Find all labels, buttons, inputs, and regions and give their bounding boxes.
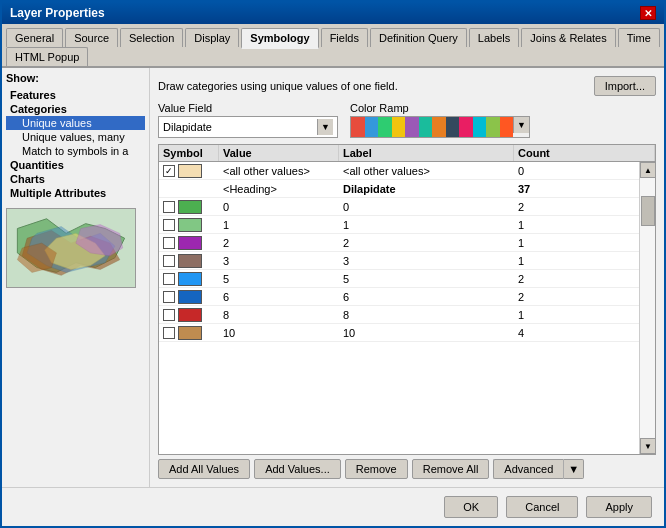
table-row[interactable]: 111 [159, 216, 639, 234]
left-item-unique-values[interactable]: Unique values [6, 116, 145, 130]
tab-symbology[interactable]: Symbology [241, 28, 318, 49]
symbol-cell [159, 235, 219, 251]
table-row[interactable]: <Heading>Dilapidate37 [159, 180, 639, 198]
row-checkbox[interactable] [163, 291, 175, 303]
label-cell: 5 [339, 272, 514, 286]
table-row[interactable]: 10104 [159, 324, 639, 342]
color-swatch [178, 164, 202, 178]
header-label: Label [339, 145, 514, 161]
import-button[interactable]: Import... [594, 76, 656, 96]
value-cell: 3 [219, 254, 339, 268]
value-cell: 2 [219, 236, 339, 250]
tab-definition-query[interactable]: Definition Query [370, 28, 467, 47]
table-row[interactable]: 331 [159, 252, 639, 270]
symbol-table: Symbol Value Label Count ✓<all other val… [158, 144, 656, 455]
remove-button[interactable]: Remove [345, 459, 408, 479]
value-field-dropdown[interactable]: Dilapidate ▼ [158, 116, 338, 138]
tab-html-popup[interactable]: HTML Popup [6, 47, 88, 66]
count-cell: 1 [514, 254, 639, 268]
table-row[interactable]: ✓<all other values><all other values>0 [159, 162, 639, 180]
label-cell: 0 [339, 200, 514, 214]
color-swatch [178, 308, 202, 322]
count-cell: 2 [514, 290, 639, 304]
add-values-button[interactable]: Add Values... [254, 459, 341, 479]
description-text: Draw categories using unique values of o… [158, 80, 398, 92]
row-checkbox[interactable] [163, 255, 175, 267]
title-bar: Layer Properties ✕ [2, 2, 664, 24]
label-cell: 6 [339, 290, 514, 304]
table-row[interactable]: 002 [159, 198, 639, 216]
tab-display[interactable]: Display [185, 28, 239, 47]
symbol-cell [159, 289, 219, 305]
left-item-quantities[interactable]: Quantities [6, 158, 145, 172]
symbol-cell [159, 271, 219, 287]
label-cell: 1 [339, 218, 514, 232]
value-field-arrow: ▼ [317, 119, 333, 135]
color-swatch [178, 254, 202, 268]
tab-fields[interactable]: Fields [321, 28, 368, 47]
left-item-features[interactable]: Features [6, 88, 145, 102]
color-ramp-arrow: ▼ [513, 117, 529, 133]
table-row[interactable]: 881 [159, 306, 639, 324]
tab-source[interactable]: Source [65, 28, 118, 47]
row-checkbox[interactable]: ✓ [163, 165, 175, 177]
show-label: Show: [6, 72, 145, 84]
left-item-categories[interactable]: Categories [6, 102, 145, 116]
apply-button[interactable]: Apply [586, 496, 652, 518]
tab-time[interactable]: Time [618, 28, 660, 47]
row-checkbox[interactable] [163, 309, 175, 321]
value-cell: 5 [219, 272, 339, 286]
map-preview [6, 208, 136, 288]
count-cell: 0 [514, 164, 639, 178]
scrollbar-thumb[interactable] [641, 196, 655, 226]
close-button[interactable]: ✕ [640, 6, 656, 20]
table-row[interactable]: 552 [159, 270, 639, 288]
value-field-value: Dilapidate [163, 121, 317, 133]
table-header: Symbol Value Label Count [159, 145, 655, 162]
count-cell: 1 [514, 308, 639, 322]
symbol-cell [159, 217, 219, 233]
advanced-button[interactable]: Advanced [493, 459, 563, 479]
tab-general[interactable]: General [6, 28, 63, 47]
row-checkbox[interactable] [163, 237, 175, 249]
row-checkbox[interactable] [163, 201, 175, 213]
color-ramp-group: Color Ramp ▼ [350, 102, 530, 138]
color-swatch [178, 218, 202, 232]
count-cell: 4 [514, 326, 639, 340]
tab-joins-&-relates[interactable]: Joins & Relates [521, 28, 615, 47]
cancel-button[interactable]: Cancel [506, 496, 578, 518]
ok-button[interactable]: OK [444, 496, 498, 518]
value-cell: 0 [219, 200, 339, 214]
count-cell: 2 [514, 200, 639, 214]
color-swatch [178, 200, 202, 214]
symbol-cell [159, 199, 219, 215]
left-item-unique-values,-many[interactable]: Unique values, many [6, 130, 145, 144]
label-cell: 3 [339, 254, 514, 268]
table-row[interactable]: 662 [159, 288, 639, 306]
value-cell: 1 [219, 218, 339, 232]
row-checkbox[interactable] [163, 327, 175, 339]
row-checkbox[interactable] [163, 273, 175, 285]
left-item-charts[interactable]: Charts [6, 172, 145, 186]
scroll-up-button[interactable]: ▲ [640, 162, 655, 178]
tab-selection[interactable]: Selection [120, 28, 183, 47]
tab-labels[interactable]: Labels [469, 28, 519, 47]
add-all-values-button[interactable]: Add All Values [158, 459, 250, 479]
scrollbar: ▲ ▼ [639, 162, 655, 454]
left-item-multiple-attributes[interactable]: Multiple Attributes [6, 186, 145, 200]
count-cell: 37 [514, 182, 639, 196]
header-count: Count [514, 145, 655, 161]
advanced-dropdown-arrow[interactable]: ▼ [563, 459, 584, 479]
remove-all-button[interactable]: Remove All [412, 459, 490, 479]
table-with-scroll: ✓<all other values><all other values>0<H… [159, 162, 655, 454]
scroll-down-button[interactable]: ▼ [640, 438, 655, 454]
table-row[interactable]: 221 [159, 234, 639, 252]
left-item-match-to-symbols-in-a[interactable]: Match to symbols in a [6, 144, 145, 158]
advanced-dropdown: Advanced ▼ [493, 459, 584, 479]
table-body: ✓<all other values><all other values>0<H… [159, 162, 639, 454]
color-ramp-dropdown[interactable]: ▼ [350, 116, 530, 138]
color-swatch [178, 272, 202, 286]
count-cell: 1 [514, 236, 639, 250]
row-checkbox[interactable] [163, 219, 175, 231]
label-cell: <all other values> [339, 164, 514, 178]
